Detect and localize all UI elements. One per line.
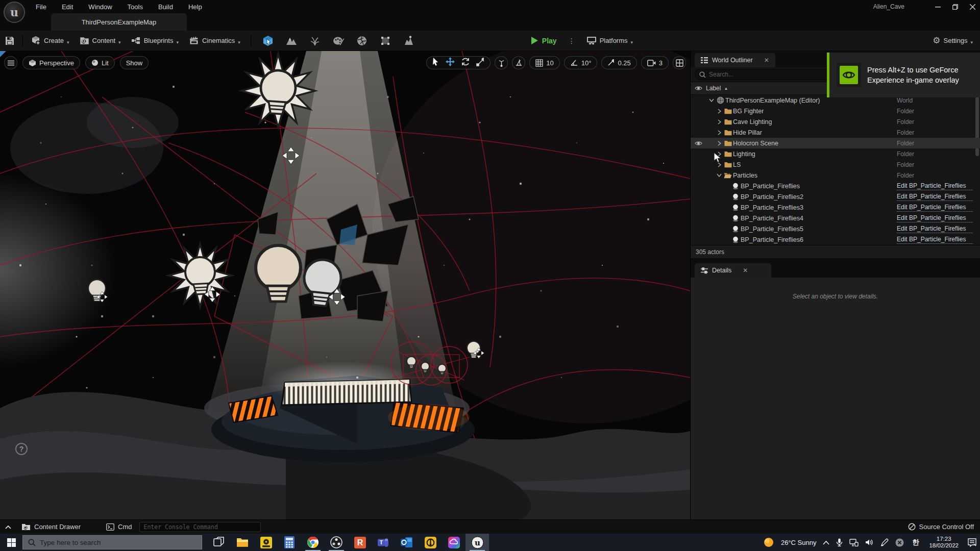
world-outliner-tab[interactable]: World Outliner ✕ (695, 53, 775, 67)
content-drawer-button[interactable]: Content Drawer (16, 523, 86, 531)
row-expander-icon[interactable] (716, 152, 723, 157)
outliner-row[interactable]: Hide PillarFolder (691, 127, 980, 138)
blueprints-button[interactable]: Blueprints▾ (126, 31, 184, 51)
speaker-icon[interactable] (865, 539, 874, 546)
pen-icon[interactable] (880, 538, 889, 546)
restore-button[interactable] (951, 3, 959, 10)
row-visibility-eye-icon[interactable] (691, 141, 706, 146)
unreal-engine-taskbar-icon[interactable]: u (465, 534, 489, 551)
outliner-row[interactable]: BP_Particle_FirefliesEdit BP_Particle_Fi… (691, 181, 980, 191)
row-expander-icon[interactable] (716, 119, 723, 124)
viewport-layout-button[interactable] (673, 56, 686, 69)
menu-item-edit[interactable]: Edit (56, 2, 79, 12)
level-tab[interactable]: ThirdPersonExampleMap (51, 13, 187, 31)
cmd-button[interactable]: Cmd (101, 523, 137, 531)
viewport[interactable]: Perspective Lit Show (0, 51, 690, 519)
tray-expand-icon[interactable] (823, 540, 829, 545)
outliner-row[interactable]: BP_Particle_Fireflies5Edit BP_Particle_F… (691, 223, 980, 234)
mesh-paint-mode-icon[interactable] (332, 34, 345, 47)
taskbar-search-input[interactable] (40, 539, 197, 546)
outliner-row[interactable]: BG FighterFolder (691, 106, 980, 116)
outliner-row[interactable]: BP_Particle_Fireflies3Edit BP_Particle_F… (691, 202, 980, 213)
taskbar-search[interactable] (22, 535, 202, 549)
outliner-row[interactable]: Cave LightingFolder (691, 116, 980, 127)
outliner-tab-close-icon[interactable]: ✕ (764, 57, 769, 64)
outlook-taskbar-icon[interactable] (395, 534, 419, 551)
file-explorer-taskbar-icon[interactable] (231, 534, 254, 551)
row-expander-icon[interactable] (716, 141, 723, 146)
source-control-button[interactable]: Source Control Off (908, 523, 974, 531)
foliage-mode-icon[interactable] (308, 34, 322, 47)
select-mode-icon[interactable] (261, 34, 275, 47)
teams-taskbar-icon[interactable]: T (372, 534, 395, 551)
outliner-row[interactable]: ParticlesFolder (691, 170, 980, 181)
play-button[interactable]: Play (525, 31, 562, 51)
r-app-taskbar-icon[interactable]: R (348, 534, 372, 551)
select-tool-icon[interactable] (432, 58, 439, 68)
create-button[interactable]: Create▾ (26, 31, 75, 51)
console-command-input[interactable] (144, 523, 256, 531)
ime-indicator[interactable]: 한 (911, 537, 920, 547)
edit-blueprint-link[interactable]: Edit BP_Particle_Fireflies (897, 182, 973, 190)
camera-menu-button[interactable]: Perspective (22, 56, 80, 69)
rotate-tool-icon[interactable] (461, 57, 470, 68)
notification-icon[interactable] (967, 538, 977, 547)
edit-blueprint-link[interactable]: Edit BP_Particle_Fireflies (897, 214, 973, 222)
row-expander-icon[interactable] (716, 173, 723, 177)
outliner-row[interactable]: Holocron SceneFolder (691, 138, 980, 148)
start-button[interactable] (0, 534, 22, 551)
row-expander-icon[interactable] (708, 98, 715, 102)
disconnect-icon[interactable] (895, 538, 904, 547)
settings-button[interactable]: ⚙ Settings▾ (933, 35, 973, 46)
outliner-row[interactable]: LSFolder (691, 159, 980, 170)
cinematics-button[interactable]: Cinematics▾ (184, 31, 246, 51)
show-menu-button[interactable]: Show (120, 56, 149, 69)
outliner-row[interactable]: BP_Particle_Fireflies4Edit BP_Particle_F… (691, 213, 980, 223)
coordinate-space-button[interactable] (495, 56, 508, 69)
move-tool-icon[interactable] (446, 57, 455, 68)
details-tab-close-icon[interactable]: ✕ (743, 267, 748, 274)
microphone-icon[interactable] (836, 538, 843, 546)
weather-label[interactable]: 26°C Sunny (781, 539, 817, 546)
menu-item-window[interactable]: Window (82, 2, 118, 12)
chrome-taskbar-icon[interactable] (301, 534, 325, 551)
scale-snap-button[interactable]: 0.25 (601, 56, 636, 69)
calculator-taskbar-icon[interactable] (278, 534, 301, 551)
edit-blueprint-link[interactable]: Edit BP_Particle_Fireflies (897, 193, 973, 201)
landscape-mode-icon[interactable] (285, 34, 298, 47)
scale-tool-icon[interactable] (476, 58, 485, 68)
media-player-taskbar-icon[interactable] (254, 534, 278, 551)
label-column-header[interactable]: Label (706, 85, 721, 92)
edit-blueprint-link[interactable]: Edit BP_Particle_Fireflies (897, 225, 973, 233)
task-view-taskbar-icon[interactable] (207, 534, 231, 551)
brush-editing-mode-icon[interactable] (379, 34, 392, 47)
surface-snapping-button[interactable] (512, 56, 525, 69)
animation-mode-icon[interactable] (402, 34, 415, 47)
obs-taskbar-icon[interactable] (325, 534, 348, 551)
network-icon[interactable] (849, 539, 859, 546)
content-button[interactable]: Content▾ (75, 31, 126, 51)
menu-item-tools[interactable]: Tools (121, 2, 149, 12)
console-command-box[interactable] (139, 522, 261, 532)
edit-blueprint-link[interactable]: Edit BP_Particle_Fireflies (897, 204, 973, 212)
menu-item-build[interactable]: Build (152, 2, 179, 12)
row-expander-icon[interactable] (716, 130, 723, 135)
edit-blueprint-link[interactable]: Edit BP_Particle_Fireflies (897, 236, 973, 244)
play-options-kebab-icon[interactable]: ⋮ (564, 37, 579, 45)
grid-snap-button[interactable]: 10 (529, 56, 559, 69)
view-mode-button[interactable]: Lit (85, 56, 115, 69)
row-expander-icon[interactable] (716, 162, 723, 167)
davinci-app-taskbar-icon[interactable] (419, 534, 442, 551)
menu-item-help[interactable]: Help (182, 2, 208, 12)
viewport-options-button[interactable] (4, 56, 17, 69)
outliner-row[interactable]: BP_Particle_Fireflies2Edit BP_Particle_F… (691, 191, 980, 202)
taskbar-clock[interactable]: 17:23 18/02/2022 (927, 536, 961, 549)
platforms-button[interactable]: Platforms▾ (581, 31, 638, 51)
rotation-snap-button[interactable]: 10° (564, 56, 598, 69)
fracture-mode-icon[interactable] (355, 34, 369, 47)
help-button[interactable]: ? (15, 443, 28, 455)
menu-item-file[interactable]: File (30, 2, 53, 12)
collapse-statusbar-button[interactable] (0, 525, 16, 529)
camera-speed-button[interactable]: 3 (641, 56, 669, 69)
outliner-row[interactable]: LightingFolder (691, 148, 980, 159)
